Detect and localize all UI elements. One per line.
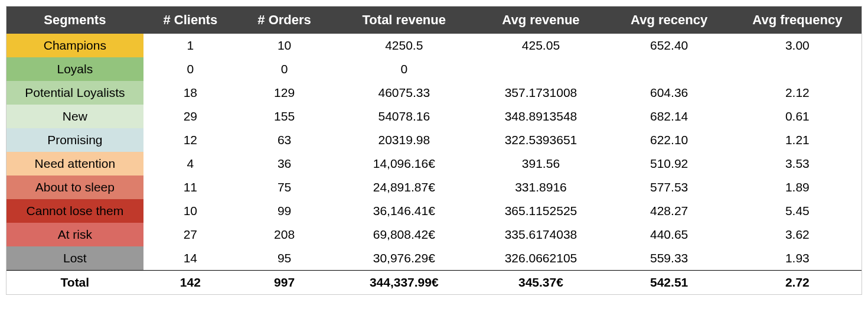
total-clients: 142: [143, 271, 237, 295]
cell-avg_frequency: 1.21: [733, 128, 862, 152]
header-segments: Segments: [6, 6, 143, 34]
cell-avg_revenue: 331.8916: [477, 176, 605, 199]
cell-total_revenue: 20319.98: [331, 128, 477, 152]
cell-orders: 99: [237, 199, 331, 223]
cell-orders: 129: [237, 81, 331, 105]
cell-segment: Champions: [6, 34, 143, 57]
cell-avg_frequency: 2.12: [733, 81, 862, 105]
total-avg-revenue: 345.37€: [477, 271, 605, 295]
cell-total_revenue: 4250.5: [331, 34, 477, 57]
cell-avg_frequency: 5.45: [733, 199, 862, 223]
table-row: Champions1104250.5425.05652.403.00: [6, 34, 862, 57]
cell-clients: 29: [143, 105, 237, 128]
cell-avg_frequency: 0.61: [733, 105, 862, 128]
cell-avg_frequency: 3.62: [733, 223, 862, 246]
cell-avg_revenue: 425.05: [477, 34, 605, 57]
cell-clients: 11: [143, 176, 237, 199]
total-revenue: 344,337.99€: [331, 271, 477, 295]
cell-segment: Potential Loyalists: [6, 81, 143, 105]
cell-orders: 155: [237, 105, 331, 128]
total-label: Total: [6, 271, 143, 295]
header-avg-recency: Avg recency: [605, 6, 733, 34]
header-clients: # Clients: [143, 6, 237, 34]
cell-total_revenue: 14,096.16€: [331, 152, 477, 176]
cell-total_revenue: 46075.33: [331, 81, 477, 105]
cell-avg_recency: 428.27: [605, 199, 733, 223]
cell-clients: 10: [143, 199, 237, 223]
cell-orders: 208: [237, 223, 331, 246]
header-avg-revenue: Avg revenue: [477, 6, 605, 34]
cell-avg_frequency: [733, 57, 862, 81]
table-row: New2915554078.16348.8913548682.140.61: [6, 105, 862, 128]
table-row: Loyals000: [6, 57, 862, 81]
cell-avg_revenue: 326.0662105: [477, 246, 605, 271]
table-header-row: Segments # Clients # Orders Total revenu…: [6, 6, 862, 34]
cell-orders: 63: [237, 128, 331, 152]
cell-avg_revenue: 391.56: [477, 152, 605, 176]
cell-avg_recency: 559.33: [605, 246, 733, 271]
cell-segment: Cannot lose them: [6, 199, 143, 223]
total-orders: 997: [237, 271, 331, 295]
cell-clients: 14: [143, 246, 237, 271]
cell-avg_revenue: 335.6174038: [477, 223, 605, 246]
cell-avg_revenue: 322.5393651: [477, 128, 605, 152]
cell-avg_recency: 440.65: [605, 223, 733, 246]
cell-total_revenue: 36,146.41€: [331, 199, 477, 223]
cell-segment: New: [6, 105, 143, 128]
cell-clients: 1: [143, 34, 237, 57]
cell-avg_revenue: [477, 57, 605, 81]
cell-avg_recency: 622.10: [605, 128, 733, 152]
cell-orders: 75: [237, 176, 331, 199]
cell-orders: 36: [237, 152, 331, 176]
cell-segment: Loyals: [6, 57, 143, 81]
cell-clients: 12: [143, 128, 237, 152]
table-row: Promising126320319.98322.5393651622.101.…: [6, 128, 862, 152]
cell-total_revenue: 0: [331, 57, 477, 81]
cell-segment: Promising: [6, 128, 143, 152]
cell-avg_recency: 510.92: [605, 152, 733, 176]
segments-table-container: Segments # Clients # Orders Total revenu…: [6, 6, 862, 295]
cell-avg_frequency: 1.89: [733, 176, 862, 199]
total-avg-recency: 542.51: [605, 271, 733, 295]
cell-orders: 0: [237, 57, 331, 81]
cell-total_revenue: 24,891.87€: [331, 176, 477, 199]
cell-clients: 4: [143, 152, 237, 176]
cell-total_revenue: 30,976.29€: [331, 246, 477, 271]
cell-avg_frequency: 1.93: [733, 246, 862, 271]
header-orders: # Orders: [237, 6, 331, 34]
cell-avg_frequency: 3.53: [733, 152, 862, 176]
cell-avg_revenue: 348.8913548: [477, 105, 605, 128]
table-row: Cannot lose them109936,146.41€365.115252…: [6, 199, 862, 223]
cell-avg_recency: [605, 57, 733, 81]
table-row: Need attention43614,096.16€391.56510.923…: [6, 152, 862, 176]
table-row: Potential Loyalists1812946075.33357.1731…: [6, 81, 862, 105]
cell-total_revenue: 54078.16: [331, 105, 477, 128]
cell-avg_recency: 652.40: [605, 34, 733, 57]
table-row: About to sleep117524,891.87€331.8916577.…: [6, 176, 862, 199]
cell-segment: Need attention: [6, 152, 143, 176]
cell-clients: 27: [143, 223, 237, 246]
table-row: Lost149530,976.29€326.0662105559.331.93: [6, 246, 862, 271]
segments-table: Segments # Clients # Orders Total revenu…: [6, 6, 862, 294]
table-row: At risk2720869,808.42€335.6174038440.653…: [6, 223, 862, 246]
cell-segment: About to sleep: [6, 176, 143, 199]
cell-avg_recency: 577.53: [605, 176, 733, 199]
cell-avg_frequency: 3.00: [733, 34, 862, 57]
cell-segment: Lost: [6, 246, 143, 271]
cell-clients: 0: [143, 57, 237, 81]
cell-clients: 18: [143, 81, 237, 105]
cell-orders: 95: [237, 246, 331, 271]
header-avg-frequency: Avg frequency: [733, 6, 862, 34]
cell-avg_revenue: 365.1152525: [477, 199, 605, 223]
cell-total_revenue: 69,808.42€: [331, 223, 477, 246]
total-row: Total 142 997 344,337.99€ 345.37€ 542.51…: [6, 271, 862, 295]
cell-orders: 10: [237, 34, 331, 57]
header-total-revenue: Total revenue: [331, 6, 477, 34]
cell-segment: At risk: [6, 223, 143, 246]
cell-avg_revenue: 357.1731008: [477, 81, 605, 105]
cell-avg_recency: 682.14: [605, 105, 733, 128]
total-avg-frequency: 2.72: [733, 271, 862, 295]
cell-avg_recency: 604.36: [605, 81, 733, 105]
